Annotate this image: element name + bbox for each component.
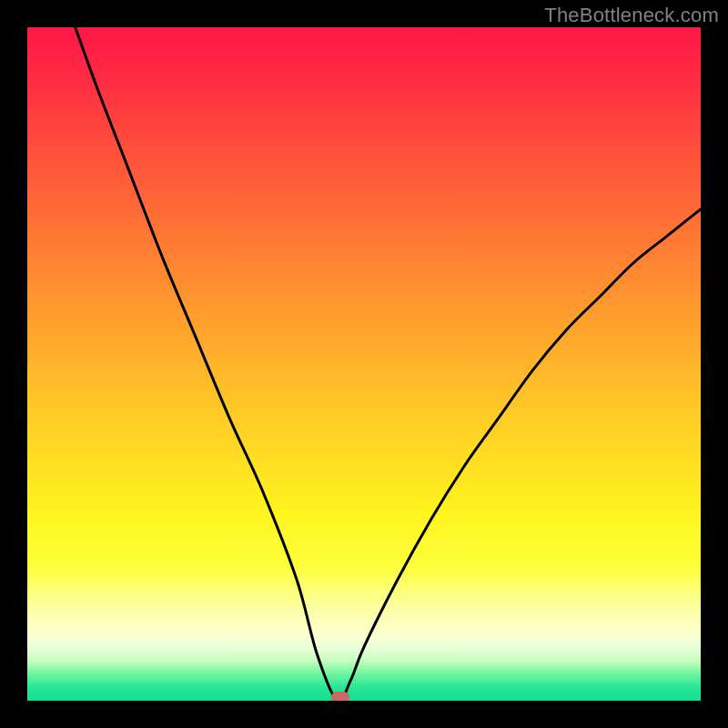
chart-frame: TheBottleneck.com [0, 0, 728, 728]
optimal-point-marker [331, 692, 349, 701]
bottleneck-curve [27, 27, 701, 701]
bottleneck-curve-path [27, 27, 701, 701]
watermark-text: TheBottleneck.com [544, 4, 719, 27]
plot-area [27, 27, 701, 701]
